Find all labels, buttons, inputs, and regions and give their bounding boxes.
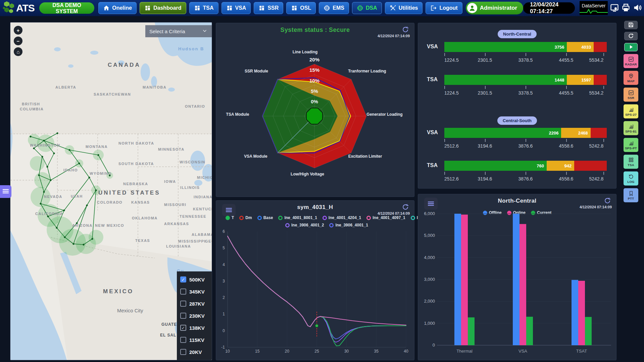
toolbar-ssr-button[interactable]: SSR: [624, 88, 638, 102]
save-icon: [628, 22, 634, 28]
bar-chart: 6,0005,0004,0003,0002,0001,0000ThermalVS…: [418, 194, 616, 360]
home-button[interactable]: ⌂: [14, 47, 22, 56]
gauge-label: VSA: [427, 44, 438, 50]
voltage-filter-label: 287KV: [189, 301, 205, 307]
gauge-bar: 37564033: [444, 42, 607, 52]
gauge-value: 2206: [549, 131, 561, 136]
checkbox-230kv[interactable]: [180, 313, 186, 319]
voltage-filter-138kv[interactable]: ✓138KV: [177, 322, 212, 334]
checkbox-287kv[interactable]: [180, 301, 186, 307]
voltage-filter-230kv[interactable]: 230KV: [177, 310, 212, 322]
gauge-row-vsa: VSA220624682512.63194.63876.64558.65242.…: [418, 128, 616, 157]
toolbar-sps-81-button[interactable]: SPS-81: [624, 121, 638, 135]
zoom-out-button[interactable]: −: [14, 37, 22, 45]
voltage-filter-345kv[interactable]: 345KV: [177, 286, 212, 298]
checkbox-500kv[interactable]: ✓: [180, 276, 186, 282]
system-name-button[interactable]: DSA DEMO SYSTEM: [39, 2, 94, 14]
gauge-tick-label: 1224.5: [444, 57, 459, 63]
toolbar-log-button[interactable]: LOG: [624, 171, 638, 186]
bar-offline-tsat: [572, 280, 578, 345]
region-badge-label: North-Central: [498, 30, 537, 38]
gauge-value: 760: [537, 163, 547, 168]
toolbar-tsa-button[interactable]: TSA: [624, 155, 638, 169]
gauge-tick: [444, 53, 445, 56]
gauge-segment: [594, 75, 607, 85]
gauge-segment: [574, 161, 607, 171]
gauge-tick-label: 2512.6: [444, 143, 459, 149]
checkbox-20kv[interactable]: [180, 349, 186, 355]
voltage-filter-500kv[interactable]: ✓500KV: [177, 273, 212, 286]
nav-tab-ssr[interactable]: SSR: [254, 2, 283, 14]
radar-axis-label: Excitation Limiter: [348, 154, 382, 159]
zoom-in-button[interactable]: +: [14, 26, 22, 35]
volume-icon[interactable]: [633, 2, 642, 14]
radar-axis-label: VSA Module: [244, 154, 267, 159]
grid-icon: [194, 5, 201, 11]
chart-bars-icon: [628, 140, 634, 146]
criteria-dropdown[interactable]: Select a Criteria: [145, 25, 212, 37]
svg-text:0: 0: [433, 343, 435, 348]
play-button[interactable]: [624, 43, 638, 51]
nav-tab-dsa[interactable]: DSA: [352, 2, 382, 14]
toolbar-sps-pt-button[interactable]: SPS-PT: [624, 138, 638, 152]
checkbox-138kv[interactable]: ✓: [180, 325, 186, 331]
administrator-button[interactable]: Administrator: [466, 2, 523, 14]
radar-chart: 20%15%10%5%0%: [216, 23, 414, 197]
radar-axis-label: TSA Module: [226, 112, 249, 117]
nav-tab-label: SSR: [267, 5, 279, 11]
toolbar-ptt-button[interactable]: PTT: [624, 188, 638, 202]
screenshot-icon[interactable]: [610, 2, 619, 14]
svg-text:1: 1: [222, 312, 225, 316]
svg-text:5%: 5%: [311, 88, 318, 94]
gauge-segment: 2468: [561, 128, 590, 138]
nav-tab-label: Dashboard: [153, 5, 182, 11]
gauges-panel: North-CentralVSA375640331224.52301.53378…: [418, 23, 616, 189]
voltage-filter-label: 20KV: [189, 349, 202, 355]
nav-tab-vsa[interactable]: VSA: [221, 2, 251, 14]
voltage-filter-label: 230KV: [189, 313, 205, 319]
toolbar-map-button[interactable]: MAP: [624, 71, 638, 85]
nav-tab-dashboard[interactable]: Dashboard: [140, 2, 186, 14]
gauge-segment: 760: [444, 161, 547, 171]
svg-text:6,000: 6,000: [424, 211, 435, 216]
nav-tab-logout[interactable]: Logout: [426, 2, 462, 14]
svg-text:3,000: 3,000: [424, 277, 435, 282]
grid-icon: [226, 5, 233, 11]
nav-tab-utilities[interactable]: Utilities: [385, 2, 423, 14]
refresh-button[interactable]: [624, 32, 638, 40]
gauge-tick: [566, 53, 567, 56]
nav-tab-oneline[interactable]: Oneline: [98, 2, 137, 14]
svg-text:25: 25: [314, 349, 319, 354]
gauge-bar: 760942: [444, 161, 607, 171]
top-bar: ATS DSA DEMO SYSTEM OnelineDashboardTSAV…: [0, 0, 644, 16]
nav-tab-label: VSA: [235, 5, 246, 11]
toolbar-radar-button[interactable]: RADAR: [624, 54, 638, 68]
radar-axis-label: SSR Module: [245, 69, 268, 73]
gauge-tick-label: 5242.8: [589, 176, 603, 182]
gauge-tick-label: 3194.6: [478, 176, 492, 182]
gauge-segment: [591, 128, 607, 138]
gauge-row-tsa: TSA144815971224.52301.53378.54455.55534.…: [418, 75, 616, 104]
region-badge: North-Central: [418, 30, 616, 38]
nav-tab-tsa[interactable]: TSA: [189, 2, 218, 14]
toolbar-button-label: TSA: [628, 163, 634, 167]
toolbar-sps-27-button[interactable]: SPS-27: [624, 104, 638, 118]
save-button[interactable]: [624, 21, 638, 29]
chart-bars-icon: [628, 107, 634, 112]
gauge-tick: [603, 53, 604, 56]
svg-text:-1: -1: [221, 345, 225, 350]
side-menu-button[interactable]: [0, 185, 11, 198]
gauge-tick-label: 2301.5: [478, 90, 492, 96]
checkbox-345kv[interactable]: [180, 289, 186, 295]
voltage-filter-287kv[interactable]: 287KV: [177, 298, 212, 310]
nav-tab-label: TSA: [203, 5, 214, 11]
gauge-value: 1597: [581, 77, 594, 83]
voltage-filter-115kv[interactable]: 115KV: [177, 334, 212, 346]
checkbox-115kv[interactable]: [180, 337, 186, 343]
gauge-row-tsa: TSA7609422512.63194.63876.64558.65242.8: [418, 161, 616, 190]
printer-icon[interactable]: [621, 2, 631, 14]
nav-tab-osl[interactable]: OSL: [286, 2, 316, 14]
bar-current-thermal: [468, 317, 475, 345]
nav-tab-ems[interactable]: EMS: [319, 2, 349, 14]
voltage-filter-20kv[interactable]: 20KV: [177, 346, 212, 358]
